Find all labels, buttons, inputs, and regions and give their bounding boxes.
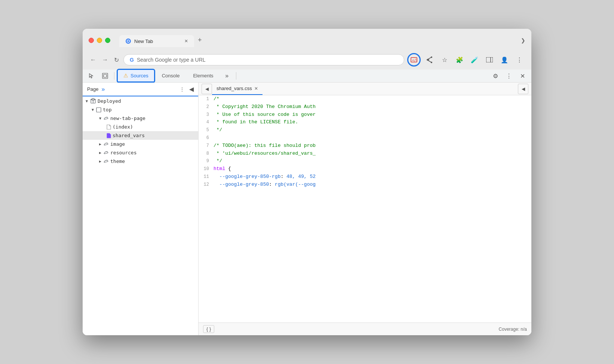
devtools-close-button[interactable]: ✕ [516, 70, 528, 82]
code-tab-bar: ◀ shared_vars.css ✕ ◀ [199, 83, 531, 95]
maximize-window-button[interactable] [105, 38, 110, 43]
code-content[interactable]: 1 /* 2 * Copyright 2020 The Chromium Aut… [199, 95, 531, 323]
toggle-panel-button[interactable]: ◀ [202, 84, 212, 94]
tree-arrow-theme: ▶ [99, 159, 101, 163]
code-line-1: 1 /* [199, 95, 531, 103]
close-window-button[interactable] [89, 38, 94, 43]
tab-bar: New Tab ✕ + [119, 33, 205, 47]
devtools-cursor-button[interactable] [86, 70, 98, 82]
package-icon [90, 98, 96, 104]
code-line-7: 7 /* TODO(aee): this file should prob [199, 142, 531, 150]
panel-collapse[interactable]: ◀ [189, 86, 194, 93]
svg-rect-16 [96, 108, 101, 112]
svg-point-2 [128, 40, 129, 42]
tree-arrow-top: ▼ [92, 108, 94, 112]
tab-console[interactable]: Console [156, 70, 186, 82]
tree-item-deployed[interactable]: ▼ Deployed [83, 96, 198, 105]
code-line-11: 11 --google-grey-850-rgb: 48, 49, 52 [199, 173, 531, 181]
minimize-window-button[interactable] [97, 38, 102, 43]
back-button[interactable]: ← [89, 55, 98, 65]
devtools-more-button[interactable]: ⋮ [503, 70, 515, 82]
code-tab-close-button[interactable]: ✕ [254, 86, 258, 91]
url-bar-row: ← → ↻ G Search Google or type a URL </> … [83, 50, 531, 70]
tab-sources[interactable]: ⚠ Sources [117, 70, 154, 82]
code-line-9: 9 */ [199, 157, 531, 165]
tree-label-shared-vars: shared_vars [113, 133, 145, 138]
tree-arrow-resources: ▶ [99, 151, 101, 155]
tree-item-shared-vars[interactable]: shared_vars [83, 131, 198, 140]
code-line-3: 3 * Use of this source code is gover [199, 111, 531, 119]
file-icon-shared-vars [107, 133, 111, 138]
devtools-settings-button[interactable]: ⚙ [489, 70, 501, 82]
panel-more-tabs[interactable]: » [101, 86, 105, 93]
devtools-main: Page » ⋮ ◀ ▼ Deployed [83, 83, 531, 335]
code-line-6: 6 [199, 134, 531, 142]
url-bar[interactable]: G Search Google or type a URL [123, 54, 404, 65]
tree-arrow-new-tab-page: ▼ [99, 116, 101, 120]
devtools-inspect-button[interactable] [99, 70, 111, 82]
more-tabs-button[interactable]: » [221, 70, 233, 82]
file-icon-index [107, 124, 111, 130]
file-tree-panel: Page » ⋮ ◀ ▼ Deployed [83, 83, 199, 335]
browser-tab-new-tab[interactable]: New Tab ✕ [119, 35, 194, 47]
extensions-button[interactable]: 🧩 [454, 54, 466, 66]
tree-arrow-deployed: ▼ [86, 99, 88, 103]
panel-title: Page [87, 86, 98, 92]
tab-title: New Tab [134, 38, 153, 44]
tree-label-theme: theme [110, 158, 125, 164]
tree-label-deployed: Deployed [98, 98, 121, 104]
sidebar-button[interactable] [483, 54, 495, 66]
new-tab-button[interactable]: + [195, 33, 205, 47]
code-line-10: 10 html { [199, 165, 531, 173]
code-line-8: 8 * 'ui/webui/resources/shared_vars_ [199, 150, 531, 158]
tab-list-chevron[interactable]: ❯ [521, 37, 525, 43]
code-tab-shared-vars[interactable]: shared_vars.css ✕ [212, 83, 263, 95]
cloud-icon-image [104, 142, 109, 147]
svg-point-7 [427, 59, 428, 61]
tab-elements-label: Elements [193, 73, 213, 78]
devtools-panel: ⚠ Sources Console Elements » ⚙ ⋮ ✕ Page … [83, 70, 531, 335]
svg-text:</>: </> [412, 58, 417, 62]
code-footer: { } Coverage: n/a [199, 323, 531, 335]
profile-button[interactable]: 👤 [498, 54, 510, 66]
forward-button[interactable]: → [101, 55, 110, 65]
tree-item-top[interactable]: ▼ top [83, 105, 198, 114]
code-line-4: 4 * found in the LICENSE file. [199, 118, 531, 126]
tree-label-image: image [110, 141, 125, 147]
devtools-svg-icon: </> [411, 56, 417, 63]
url-placeholder: Search Google or type a URL [137, 57, 206, 63]
title-bar-top: New Tab ✕ + ❯ [89, 33, 525, 47]
tree-label-index: (index) [113, 124, 133, 130]
code-line-5: 5 */ [199, 126, 531, 134]
tab-elements[interactable]: Elements [187, 70, 219, 82]
tree-label-resources: resources [110, 150, 136, 155]
more-button[interactable]: ⋮ [513, 54, 525, 66]
share-button[interactable] [424, 54, 436, 66]
bookmark-button[interactable]: ☆ [439, 54, 451, 66]
panel-header: Page » ⋮ ◀ [83, 83, 198, 96]
devtools-separator2 [236, 72, 236, 80]
cloud-icon-theme [104, 159, 109, 164]
refresh-button[interactable]: ↻ [113, 55, 120, 65]
svg-rect-11 [104, 74, 107, 77]
format-button[interactable]: { } [203, 325, 214, 333]
cloud-icon-new-tab-page [104, 116, 109, 121]
tree-item-resources[interactable]: ▶ resources [83, 148, 198, 157]
tree-item-image[interactable]: ▶ image [83, 140, 198, 148]
browser-window: New Tab ✕ + ❯ ← → ↻ G Search Google or t… [83, 29, 531, 335]
tree-item-new-tab-page[interactable]: ▼ new-tab-page [83, 114, 198, 123]
tree-item-index[interactable]: (index) [83, 123, 198, 131]
flask-button[interactable]: 🧪 [469, 54, 481, 66]
panel-kebab[interactable]: ⋮ [179, 86, 185, 92]
tab-console-label: Console [162, 73, 180, 78]
title-bar: New Tab ✕ + ❯ [83, 29, 531, 50]
svg-rect-8 [486, 57, 493, 62]
tree-item-theme[interactable]: ▶ theme [83, 157, 198, 166]
svg-point-5 [431, 56, 432, 58]
collapse-code-button[interactable]: ◀ [518, 84, 528, 94]
cloud-icon-resources [104, 150, 109, 155]
chrome-icon [125, 38, 131, 44]
devtools-icon-button[interactable]: </> [407, 53, 421, 67]
tab-close-button[interactable]: ✕ [184, 38, 188, 44]
tree-arrow-image: ▶ [99, 142, 101, 146]
